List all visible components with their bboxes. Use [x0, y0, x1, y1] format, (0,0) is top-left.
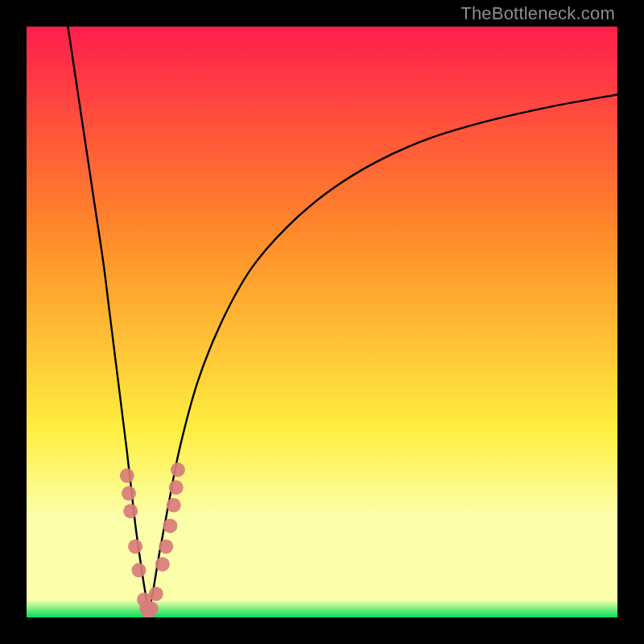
- data-marker: [159, 539, 173, 554]
- left-branch: [68, 27, 149, 612]
- data-marker: [155, 557, 170, 572]
- right-branch: [149, 94, 617, 611]
- data-marker: [122, 486, 136, 501]
- data-marker: [169, 481, 184, 495]
- data-marker: [149, 587, 163, 601]
- data-marker: [144, 601, 159, 616]
- data-marker: [131, 563, 146, 577]
- data-marker: [171, 463, 185, 477]
- plot-area: [27, 27, 617, 617]
- curve-layer: [27, 27, 617, 617]
- data-marker: [123, 504, 138, 518]
- data-marker: [120, 469, 134, 483]
- data-marker: [128, 539, 142, 554]
- chart-frame: TheBottleneck.com: [0, 0, 644, 644]
- data-marker: [167, 498, 181, 513]
- curve-right-branch: [149, 94, 617, 611]
- data-marker: [163, 518, 177, 533]
- curve-left-branch: [68, 27, 149, 612]
- watermark-text: TheBottleneck.com: [460, 3, 615, 24]
- marker-cluster: [120, 463, 185, 618]
